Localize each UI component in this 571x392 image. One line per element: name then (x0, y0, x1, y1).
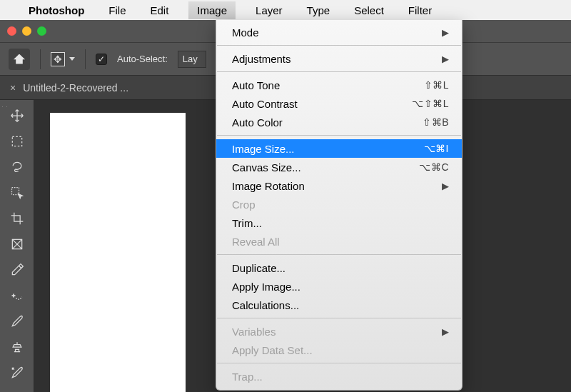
auto-select-checkbox[interactable]: ✓ (96, 54, 107, 65)
tool-preset-caret-icon[interactable] (69, 57, 75, 61)
menu-select[interactable]: Select (350, 1, 388, 19)
auto-select-target-value: Lay (183, 54, 198, 64)
menu-separator (217, 363, 461, 363)
healing-brush-tool[interactable] (6, 284, 29, 307)
svg-rect-0 (12, 136, 21, 146)
menu-item-auto-contrast[interactable]: Auto Contrast⌥⇧⌘L (216, 94, 462, 113)
crop-tool[interactable] (6, 207, 29, 230)
divider (85, 49, 86, 69)
menu-item-label: Mode (232, 26, 259, 39)
menu-item-label: Auto Contrast (232, 98, 298, 110)
window-minimize-icon[interactable] (22, 26, 31, 36)
menu-layer[interactable]: Layer (251, 1, 287, 19)
history-brush-tool[interactable] (6, 361, 29, 384)
menu-item-label: Trim... (232, 217, 262, 229)
frame-tool[interactable] (6, 233, 29, 256)
menu-item-duplicate[interactable]: Duplicate... (216, 258, 462, 277)
window-close-icon[interactable] (7, 26, 16, 36)
menu-item-label: Crop (232, 198, 256, 211)
window-maximize-icon[interactable] (37, 26, 46, 36)
marquee-tool-icon (10, 134, 24, 149)
history-brush-tool-icon (10, 366, 24, 380)
healing-brush-tool-icon (10, 288, 24, 303)
tools-panel (0, 100, 34, 392)
menu-item-shortcut: ⌥⌘C (419, 161, 449, 173)
brush-tool-icon (10, 314, 24, 328)
quick-select-tool-icon (10, 186, 24, 200)
menu-item-adjustments[interactable]: Adjustments▶ (216, 49, 462, 68)
menu-file[interactable]: File (104, 1, 130, 19)
menu-image[interactable]: Image (188, 1, 236, 19)
menu-item-label: Image Rotation (232, 180, 305, 192)
menu-item-trap: Trap... (216, 367, 462, 386)
menu-item-trim[interactable]: Trim... (216, 213, 462, 232)
menu-item-variables: Variables▶ (216, 322, 462, 341)
menu-item-mode[interactable]: Mode▶ (216, 23, 462, 41)
menu-item-crop: Crop (216, 195, 462, 213)
document-canvas[interactable] (50, 113, 186, 392)
menu-item-auto-tone[interactable]: Auto Tone⇧⌘L (216, 76, 462, 94)
frame-tool-icon (10, 237, 24, 251)
move-tool-icon (10, 109, 24, 123)
menu-item-auto-color[interactable]: Auto Color⇧⌘B (216, 113, 462, 131)
divider (40, 49, 41, 69)
menu-item-label: Apply Data Set... (232, 344, 313, 356)
menu-item-image-size[interactable]: Image Size...⌥⌘I (216, 139, 462, 158)
submenu-arrow-icon: ▶ (442, 27, 449, 38)
menu-separator (217, 71, 461, 72)
menu-item-label: Duplicate... (232, 262, 286, 274)
menu-item-label: Auto Color (232, 116, 283, 129)
panel-drag-handle-icon[interactable]: · · (0, 100, 10, 113)
menu-item-shortcut: ⌥⇧⌘L (412, 98, 449, 109)
menu-item-label: Apply Image... (232, 281, 300, 293)
menu-separator (217, 135, 461, 136)
menu-separator (217, 45, 461, 46)
app-menu[interactable]: Photoshop (24, 1, 89, 19)
menu-item-shortcut: ⇧⌘L (424, 79, 449, 91)
lasso-tool[interactable] (6, 156, 29, 179)
close-tab-icon[interactable]: × (10, 82, 16, 94)
move-tool-icon[interactable]: ✥ (51, 52, 65, 66)
crop-tool-icon (10, 211, 24, 226)
menu-item-canvas-size[interactable]: Canvas Size...⌥⌘C (216, 158, 462, 176)
menu-item-shortcut: ⌥⌘I (424, 143, 449, 154)
menu-item-apply-image[interactable]: Apply Image... (216, 277, 462, 296)
image-menu-dropdown: Mode▶Adjustments▶Auto Tone⇧⌘LAuto Contra… (216, 20, 463, 391)
menu-item-image-rotation[interactable]: Image Rotation▶ (216, 176, 462, 195)
menu-type[interactable]: Type (303, 1, 335, 19)
menu-item-apply-data-set: Apply Data Set... (216, 341, 462, 359)
eyedropper-tool[interactable] (6, 258, 29, 281)
submenu-arrow-icon: ▶ (442, 326, 449, 337)
auto-select-target-dropdown[interactable]: Lay (178, 51, 206, 68)
menu-item-label: Trap... (232, 371, 263, 383)
menu-item-calculations[interactable]: Calculations... (216, 296, 462, 314)
mac-menubar: Photoshop File Edit Image Layer Type Sel… (0, 0, 571, 20)
menu-item-label: Reveal All (232, 236, 280, 248)
menu-edit[interactable]: Edit (146, 1, 173, 19)
document-tab[interactable]: × Untitled-2-Recovered ... (10, 82, 128, 94)
marquee-tool[interactable] (6, 130, 29, 153)
clone-stamp-tool[interactable] (6, 336, 29, 358)
eyedropper-tool-icon (10, 263, 24, 277)
menu-item-label: Variables (232, 326, 276, 338)
document-tab-title: Untitled-2-Recovered ... (23, 82, 128, 94)
submenu-arrow-icon: ▶ (442, 181, 449, 191)
submenu-arrow-icon: ▶ (442, 54, 449, 64)
menu-separator (217, 318, 461, 318)
brush-tool[interactable] (6, 310, 29, 333)
home-button[interactable] (9, 49, 30, 70)
quick-select-tool[interactable] (6, 181, 29, 204)
menu-item-label: Auto Tone (232, 79, 280, 91)
menu-filter[interactable]: Filter (404, 1, 436, 19)
auto-select-label: Auto-Select: (117, 54, 168, 64)
menu-item-reveal-all: Reveal All (216, 232, 462, 251)
lasso-tool-icon (10, 160, 24, 174)
menu-separator (217, 254, 461, 255)
menu-item-label: Image Size... (232, 143, 295, 155)
check-icon: ✓ (98, 54, 105, 64)
menu-item-label: Adjustments (232, 53, 291, 65)
home-icon (14, 54, 25, 64)
clone-stamp-tool-icon (10, 340, 24, 354)
menu-item-shortcut: ⇧⌘B (423, 116, 449, 128)
menu-item-label: Calculations... (232, 299, 299, 311)
